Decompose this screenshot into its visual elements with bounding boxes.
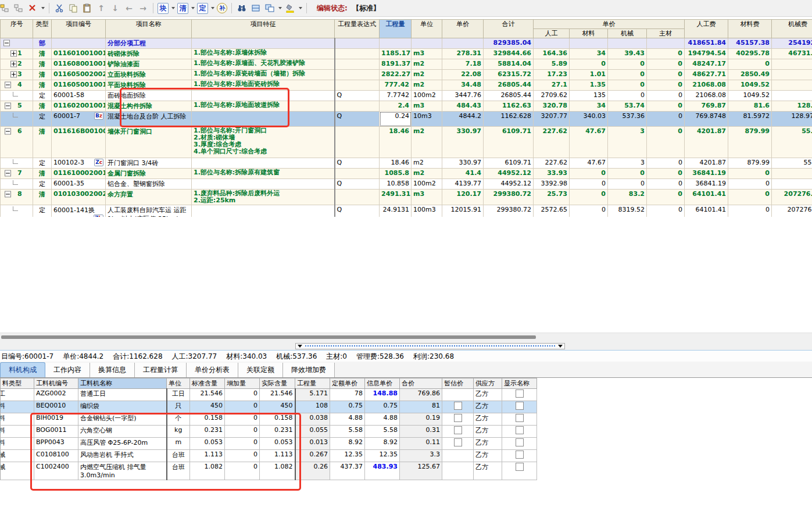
cell-material-cost[interactable]: 2850.49 — [728, 70, 772, 80]
col-header-显示名称[interactable]: 显示名称 — [502, 378, 537, 389]
cell-feature[interactable] — [192, 205, 335, 217]
cell-main-material[interactable]: 0 — [647, 59, 685, 70]
ding-caret-icon[interactable] — [211, 7, 214, 9]
cell-name[interactable]: 墙体开门窗洞口 — [106, 127, 192, 158]
cell-type[interactable]: 清 — [33, 80, 52, 91]
cell-material[interactable]: 0 — [570, 59, 608, 70]
cell-machine-cost[interactable]: 0 — [772, 80, 812, 91]
cell-code[interactable]: 60001-58 — [52, 91, 106, 101]
cell-base-price[interactable]: 437.37 — [330, 462, 365, 480]
cell-qty[interactable]: 2822.27 — [380, 70, 412, 80]
collapse-icon[interactable] — [5, 191, 11, 197]
cell-feature[interactable]: 1.部位与名称:拆除原有建筑窗 — [192, 169, 335, 179]
cell-code[interactable]: 100102-3Zc — [52, 158, 106, 169]
cell-seq[interactable]: 8 — [1, 190, 33, 205]
col-header-工料机编号[interactable]: 工料机编号 — [34, 378, 78, 389]
col-header-type[interactable]: 类型 — [33, 20, 52, 38]
cell-material-cost[interactable]: 0 — [728, 190, 772, 205]
cell-expression[interactable] — [335, 38, 380, 49]
cell-name[interactable]: 人工装废料自卸汽车运 运距1km以内(实际值:25km) — [106, 205, 192, 217]
cell-resource-code[interactable]: AZG0002 — [34, 389, 78, 401]
cell-expression[interactable]: Q — [335, 205, 380, 217]
col-header-料类型[interactable]: 料类型 — [1, 378, 34, 389]
supplement-button[interactable]: 补 — [217, 3, 227, 13]
fill-color-caret-icon[interactable] — [299, 7, 302, 9]
cell-labor[interactable]: 227.62 — [534, 127, 570, 158]
cell-type[interactable]: 定 — [33, 179, 52, 190]
cell-resource-unit[interactable]: kg — [167, 426, 190, 438]
estimate-row[interactable]: 定60001-7Bz混凝土地台及台阶 人工拆除Q0.2410m34844.211… — [1, 112, 812, 127]
cell-resource-name[interactable]: 普通工日 — [78, 389, 167, 401]
cell-feature[interactable] — [192, 179, 335, 190]
cell-machine[interactable]: 0 — [608, 179, 647, 190]
cell-code[interactable]: 011601001001 — [52, 49, 106, 59]
cell-material-cost[interactable]: 0 — [728, 169, 772, 179]
cell-unit[interactable]: m3 — [412, 49, 442, 59]
cell-material[interactable]: 135 — [570, 91, 608, 101]
cell-actual-content[interactable]: 0.053 — [260, 438, 295, 450]
cell-labor-cost[interactable]: 769.87 — [685, 101, 728, 112]
cell-added-content[interactable]: 0 — [225, 426, 260, 438]
cell-material-cost[interactable]: 879.99 — [728, 158, 772, 169]
col-header-code[interactable]: 项目编号 — [52, 20, 106, 38]
cell-supplier[interactable]: 乙方 — [474, 462, 502, 480]
cell-main-material[interactable]: 0 — [647, 112, 685, 127]
cell-base-price[interactable]: 5.58 — [330, 426, 365, 438]
cell-labor[interactable]: 3392.98 — [534, 179, 570, 190]
cell-seq[interactable]: 4 — [1, 80, 33, 91]
cell-qty[interactable]: 1085.8 — [380, 169, 412, 179]
cell-main-material[interactable] — [647, 38, 685, 49]
cell-info-price[interactable]: 5.58 — [365, 426, 400, 438]
col-header-name[interactable]: 项目名称 — [106, 20, 192, 38]
cell-display-name[interactable] — [502, 426, 537, 438]
cell-display-name[interactable] — [502, 450, 537, 462]
estimate-row[interactable]: 2清011608001001铲除油漆面1.部位与名称:原墙面、天花乳胶漆铲除81… — [1, 59, 812, 70]
cell-standard-content[interactable]: 0.053 — [190, 438, 225, 450]
cell-type[interactable]: 清 — [33, 49, 52, 59]
resource-row[interactable]: 料BPP0043高压风管 Φ25-6P-20mm0.05300.0530.013… — [1, 438, 537, 450]
tab-单价分析表[interactable]: 单价分析表 — [187, 363, 238, 377]
cell-info-price[interactable]: 8.92 — [365, 438, 400, 450]
provisional-checkbox[interactable] — [454, 438, 462, 446]
move-down-icon[interactable]: ↓ — [109, 3, 121, 13]
cell-material-cost[interactable]: 81.6 — [728, 101, 772, 112]
estimate-row[interactable]: 7清011610002001金属门窗拆除1.部位与名称:拆除原有建筑窗1085.… — [1, 169, 812, 179]
cell-type[interactable]: 清 — [33, 70, 52, 80]
cell-machine[interactable]: 0 — [608, 59, 647, 70]
col-header-定额单价[interactable]: 定额单价 — [330, 378, 365, 389]
estimate-row[interactable]: 部分部分项工程829385.04418651.8445157.38254192.… — [1, 38, 812, 49]
cell-supplier[interactable]: 乙方 — [474, 438, 502, 450]
cell-supplier[interactable]: 乙方 — [474, 450, 502, 462]
cell-feature[interactable] — [192, 91, 335, 101]
cell-machine[interactable]: 53.74 — [608, 101, 647, 112]
cell-main-material[interactable]: 0 — [647, 158, 685, 169]
display-name-checkbox[interactable] — [516, 426, 524, 434]
cell-machine[interactable]: 39.43 — [608, 49, 647, 59]
cell-code[interactable]: 60001-7Bz — [52, 112, 106, 127]
cell-material-cost[interactable]: 0 — [728, 179, 772, 190]
cell-resource-total[interactable]: 0.31 — [400, 426, 442, 438]
cell-material-cost[interactable]: 40295.78 — [728, 49, 772, 59]
move-up-icon[interactable]: ↑ — [95, 3, 107, 13]
cell-expression[interactable] — [335, 70, 380, 80]
cell-resource-name[interactable]: 风动凿岩机 手持式 — [78, 450, 167, 462]
cell-expression[interactable] — [335, 190, 380, 205]
cell-qty[interactable]: 18.46 — [380, 127, 412, 158]
tab-工作内容[interactable]: 工作内容 — [45, 363, 90, 377]
cell-provisional-price[interactable] — [442, 401, 474, 413]
col-header-暂估价[interactable]: 暂估价 — [442, 378, 474, 389]
cell-total[interactable]: 58814.04 — [484, 59, 534, 70]
cell-labor[interactable] — [534, 38, 570, 49]
cell-unit-price[interactable]: 41.4 — [442, 169, 484, 179]
cell-supplier[interactable]: 乙方 — [474, 401, 502, 413]
cell-resource-code[interactable]: BEQ0010 — [34, 401, 78, 413]
cell-feature[interactable]: 1.部位与名称:开门窗洞口2.材质:砌体墙3.厚度:综合考虑4.单个洞口尺寸:综… — [192, 127, 335, 158]
cell-added-content[interactable]: 0 — [225, 462, 260, 480]
cell-unit[interactable]: m2 — [412, 80, 442, 91]
horizontal-scrollbar[interactable] — [0, 333, 812, 342]
cell-added-content[interactable]: 0 — [225, 438, 260, 450]
cell-resource-name[interactable]: 六角空心钢 — [78, 426, 167, 438]
cell-unit[interactable]: 100m2 — [412, 91, 442, 101]
col-header-实际含量[interactable]: 实际含量 — [260, 378, 295, 389]
cell-machine-cost[interactable]: 55.38 — [772, 158, 812, 169]
